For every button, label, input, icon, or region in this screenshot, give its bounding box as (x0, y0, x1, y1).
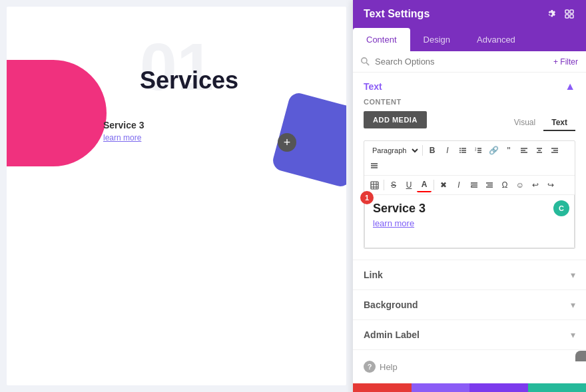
editor-learn-more[interactable]: learn more (373, 218, 414, 228)
link-section-title: Link (364, 270, 383, 280)
align-right-button[interactable] (547, 143, 562, 158)
help-label: Help (380, 362, 398, 372)
header-icons (545, 8, 575, 20)
toolbar-separator-3 (434, 180, 434, 190)
align-left-button[interactable] (517, 143, 531, 158)
undo-button[interactable]: ↩ (528, 178, 543, 192)
link-button[interactable]: 🔗 (486, 143, 501, 158)
bold-button[interactable]: B (425, 143, 440, 158)
special-char-button[interactable]: Ω (497, 178, 512, 192)
canvas-content: 01 Services Service 3 learn more + (7, 7, 346, 385)
search-row: + Filter (353, 51, 586, 73)
align-center-button[interactable] (532, 143, 547, 158)
redo-button[interactable]: ↪ (543, 178, 558, 192)
indent-button[interactable] (467, 178, 481, 192)
help-row[interactable]: ? Help (353, 350, 586, 383)
tab-advanced[interactable]: Advanced (463, 28, 529, 51)
toolbar-row-1: Paragraph Heading 1 Heading 2 B I (364, 141, 575, 176)
underline-button[interactable]: U (402, 178, 416, 192)
text-section-toggle[interactable]: ▲ (565, 81, 575, 93)
background-section[interactable]: Background ▾ (353, 290, 586, 320)
svg-rect-3 (570, 15, 573, 18)
ul-button[interactable] (455, 143, 470, 158)
svg-line-5 (366, 63, 369, 65)
svg-rect-0 (565, 10, 569, 13)
admin-label-section-arrow: ▾ (571, 329, 575, 340)
ol-button[interactable]: 1.2. (471, 143, 485, 158)
save-button[interactable]: ✓ (528, 383, 587, 392)
content-label: Content (364, 98, 575, 106)
outdent-button[interactable] (482, 178, 497, 192)
add-media-button[interactable]: ADD MEDIA (364, 111, 427, 128)
cancel-button[interactable]: ✕ (353, 383, 412, 392)
tab-content[interactable]: Content (353, 28, 410, 51)
link-section[interactable]: Link ▾ (353, 260, 586, 290)
search-icon (361, 57, 370, 66)
settings-icon[interactable] (545, 8, 557, 20)
corner-decoration (575, 351, 586, 361)
italic2-button[interactable]: I (451, 178, 466, 192)
italic-button[interactable]: I (440, 143, 455, 158)
text-section-header[interactable]: Text ▲ (353, 73, 586, 98)
help-icon: ? (364, 361, 376, 373)
filter-button[interactable]: + Filter (553, 57, 578, 67)
background-section-arrow: ▾ (571, 299, 575, 310)
editor-service-title: Service 3 (373, 202, 566, 216)
settings-panel: Text Settings Conte (353, 0, 586, 392)
redo-action-button[interactable]: ↻ (469, 383, 528, 392)
editor-content[interactable]: Service 3 learn more (364, 195, 575, 248)
panel-body: Text ▲ Content ADD MEDIA Visual Text (353, 73, 586, 383)
svg-text:2.: 2. (475, 148, 477, 152)
emoji-button[interactable]: ☺ (513, 178, 527, 192)
user-avatar: C (553, 200, 569, 216)
toolbar-separator-1 (422, 145, 423, 156)
svg-rect-29 (371, 182, 378, 189)
justify-button[interactable] (367, 158, 382, 173)
bottom-bar: ✕ ↺ ↻ ✓ (353, 383, 586, 392)
svg-point-10 (459, 150, 461, 151)
notification-badge: 1 (360, 191, 374, 204)
svg-rect-2 (565, 15, 569, 18)
undo-action-button[interactable]: ↺ (412, 383, 470, 392)
service3-label: Service 3 (103, 120, 145, 130)
canvas-area: 01 Services Service 3 learn more + (0, 0, 353, 392)
add-element-button[interactable]: + (278, 133, 296, 152)
tab-design[interactable]: Design (410, 28, 463, 51)
learn-more-link[interactable]: learn more (103, 133, 141, 142)
table-button[interactable] (367, 178, 382, 192)
svg-point-9 (459, 148, 461, 149)
services-title: Services (140, 67, 238, 95)
toolbar-row-2: S U A ✖ I Ω (364, 176, 575, 195)
paragraph-select[interactable]: Paragraph Heading 1 Heading 2 (367, 144, 420, 156)
text-tab[interactable]: Text (543, 115, 575, 131)
toolbar-separator-2 (384, 180, 384, 190)
text-color-button[interactable]: A (417, 178, 432, 192)
visual-tab[interactable]: Visual (506, 115, 543, 131)
admin-label-section-title: Admin Label (364, 329, 420, 340)
editor-wrapper: Service 3 learn more 1 C (364, 195, 575, 248)
editor-toolbar: Paragraph Heading 1 Heading 2 B I (364, 140, 575, 249)
background-section-title: Background (364, 299, 418, 310)
panel-tabs: Content Design Advanced (353, 28, 586, 51)
expand-icon[interactable] (563, 8, 575, 20)
svg-point-4 (362, 58, 367, 63)
text-section: Text ▲ Content ADD MEDIA Visual Text (353, 73, 586, 260)
panel-header: Text Settings (353, 0, 586, 28)
link-section-arrow: ▾ (571, 270, 575, 280)
svg-point-11 (459, 152, 461, 153)
admin-label-section[interactable]: Admin Label ▾ (353, 320, 586, 350)
svg-rect-1 (570, 10, 573, 13)
search-input[interactable] (375, 57, 548, 67)
blockquote-button[interactable]: " (501, 143, 516, 158)
text-section-title: Text (364, 81, 382, 92)
pink-semicircle (7, 60, 107, 166)
panel-title: Text Settings (364, 8, 430, 20)
clear-format-button[interactable]: ✖ (436, 178, 451, 192)
strikethrough-button[interactable]: S (386, 178, 401, 192)
text-section-content: Content ADD MEDIA Visual Text Paragraph (353, 98, 586, 260)
